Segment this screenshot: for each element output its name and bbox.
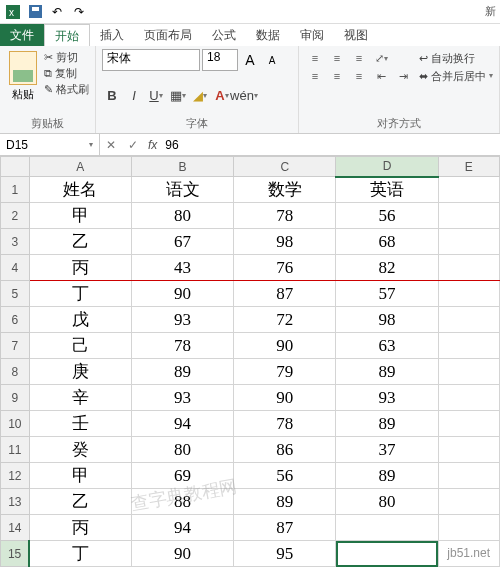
fx-icon[interactable]: fx — [144, 138, 161, 152]
cell[interactable]: 庚 — [29, 359, 131, 385]
row-head[interactable]: 2 — [1, 203, 30, 229]
cell[interactable]: 72 — [234, 307, 336, 333]
col-C[interactable]: C — [234, 157, 336, 177]
spreadsheet-grid[interactable]: A B C D E 1姓名语文数学英语2甲8078563乙6798684丙437… — [0, 156, 500, 567]
cell[interactable]: 乙 — [29, 489, 131, 515]
bold-button[interactable]: B — [102, 86, 122, 106]
cell[interactable]: 89 — [336, 411, 438, 437]
cell[interactable] — [438, 333, 499, 359]
cell[interactable]: 67 — [131, 229, 233, 255]
cell[interactable] — [438, 359, 499, 385]
align-top-icon[interactable]: ≡ — [305, 49, 325, 67]
cell[interactable]: 76 — [234, 255, 336, 281]
col-E[interactable]: E — [438, 157, 499, 177]
cell[interactable]: 丁 — [29, 541, 131, 567]
cell[interactable]: 90 — [131, 541, 233, 567]
indent-dec-icon[interactable]: ⇤ — [371, 67, 391, 85]
cell[interactable]: 98 — [234, 229, 336, 255]
align-center-icon[interactable]: ≡ — [327, 67, 347, 85]
row-head[interactable]: 4 — [1, 255, 30, 281]
cancel-icon[interactable]: ✕ — [100, 138, 122, 152]
cell[interactable]: 93 — [336, 385, 438, 411]
shrink-font-icon[interactable]: A — [262, 50, 282, 70]
cell[interactable] — [438, 229, 499, 255]
orientation-icon[interactable]: ⤢▾ — [371, 49, 391, 67]
tab-home[interactable]: 开始 — [44, 24, 90, 46]
row-head[interactable]: 6 — [1, 307, 30, 333]
row-head[interactable]: 14 — [1, 515, 30, 541]
save-icon[interactable] — [26, 3, 44, 21]
cell[interactable] — [438, 489, 499, 515]
cell[interactable]: 87 — [234, 515, 336, 541]
border-button[interactable]: ▦▾ — [168, 86, 188, 106]
cell[interactable] — [438, 411, 499, 437]
undo-icon[interactable]: ↶ — [48, 3, 66, 21]
row-head[interactable]: 7 — [1, 333, 30, 359]
underline-button[interactable]: U▾ — [146, 86, 166, 106]
tab-data[interactable]: 数据 — [246, 24, 290, 46]
row-head[interactable]: 10 — [1, 411, 30, 437]
cell[interactable]: 80 — [336, 489, 438, 515]
column-headers[interactable]: A B C D E — [1, 157, 500, 177]
cell[interactable]: 89 — [336, 463, 438, 489]
select-all-corner[interactable] — [1, 157, 30, 177]
cell[interactable]: 80 — [131, 437, 233, 463]
cell[interactable]: 己 — [29, 333, 131, 359]
cell[interactable]: 79 — [234, 359, 336, 385]
cell[interactable] — [438, 255, 499, 281]
cell[interactable]: 82 — [336, 255, 438, 281]
row-head[interactable]: 8 — [1, 359, 30, 385]
col-B[interactable]: B — [131, 157, 233, 177]
cell[interactable]: 乙 — [29, 229, 131, 255]
col-A[interactable]: A — [29, 157, 131, 177]
font-name-select[interactable]: 宋体 — [102, 49, 200, 71]
cell[interactable] — [336, 515, 438, 541]
cell[interactable]: 78 — [131, 333, 233, 359]
cell[interactable]: 89 — [336, 359, 438, 385]
align-left-icon[interactable]: ≡ — [305, 67, 325, 85]
cut-button[interactable]: ✂剪切 — [44, 49, 89, 65]
cell[interactable] — [438, 307, 499, 333]
wrap-text-button[interactable]: ↩自动换行 — [419, 49, 493, 67]
phonetic-button[interactable]: wén▾ — [234, 86, 254, 106]
cell[interactable]: 辛 — [29, 385, 131, 411]
cell[interactable]: 57 — [336, 281, 438, 307]
row-head[interactable]: 15 — [1, 541, 30, 567]
cell[interactable]: 43 — [131, 255, 233, 281]
merge-center-button[interactable]: ⬌合并后居中▾ — [419, 67, 493, 85]
paste-button[interactable]: 粘贴 — [6, 49, 40, 102]
cell[interactable]: 甲 — [29, 463, 131, 489]
align-bottom-icon[interactable]: ≡ — [349, 49, 369, 67]
cell[interactable]: 69 — [131, 463, 233, 489]
cell[interactable]: 壬 — [29, 411, 131, 437]
row-head[interactable]: 9 — [1, 385, 30, 411]
font-color-button[interactable]: A▾ — [212, 86, 232, 106]
col-D[interactable]: D — [336, 157, 438, 177]
cell[interactable] — [438, 281, 499, 307]
row-head[interactable]: 1 — [1, 177, 30, 203]
cell[interactable]: 89 — [131, 359, 233, 385]
cell[interactable]: 68 — [336, 229, 438, 255]
align-right-icon[interactable]: ≡ — [349, 67, 369, 85]
cell[interactable] — [438, 463, 499, 489]
cell[interactable]: 95 — [234, 541, 336, 567]
cell[interactable] — [438, 437, 499, 463]
cell[interactable]: 90 — [131, 281, 233, 307]
cell[interactable]: 56 — [336, 203, 438, 229]
cell[interactable]: 语文 — [131, 177, 233, 203]
italic-button[interactable]: I — [124, 86, 144, 106]
cell[interactable]: 丁 — [29, 281, 131, 307]
cell[interactable]: 93 — [131, 385, 233, 411]
font-size-select[interactable]: 18 — [202, 49, 238, 71]
grow-font-icon[interactable]: A — [240, 50, 260, 70]
cell[interactable]: 90 — [234, 385, 336, 411]
cell[interactable] — [438, 203, 499, 229]
formula-input[interactable]: 96 — [161, 138, 182, 152]
cell[interactable]: 78 — [234, 203, 336, 229]
enter-icon[interactable]: ✓ — [122, 138, 144, 152]
cell[interactable]: 姓名 — [29, 177, 131, 203]
cell[interactable]: 80 — [131, 203, 233, 229]
cell[interactable] — [336, 541, 438, 567]
cell[interactable]: 93 — [131, 307, 233, 333]
row-head[interactable]: 5 — [1, 281, 30, 307]
